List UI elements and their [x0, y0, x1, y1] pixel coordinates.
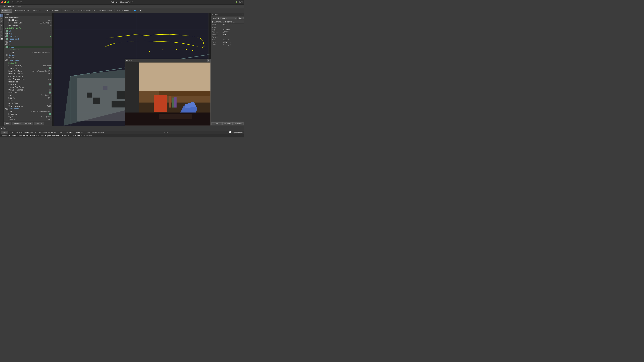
camera-checkbox[interactable]	[6, 54, 8, 56]
tree-dc-decay[interactable]: Decay Time 0	[4, 102, 52, 105]
views-remove-btn[interactable]: Remove	[222, 122, 232, 125]
tree-pc2-style[interactable]: Style Flat Squares	[4, 115, 52, 118]
dc-selectable-checkbox[interactable]	[49, 91, 51, 93]
sidebar-icon-6[interactable]: ⚙	[0, 30, 3, 33]
tree-robotmodel[interactable]: ▶ RobotModel ✓	[4, 37, 52, 40]
tree-image-1[interactable]: ▶ Image	[4, 43, 52, 45]
tree-dc-topic-filter[interactable]: Topic Filter	[4, 67, 52, 70]
tree-image2-topic[interactable]: ▶ Topic /camera/camera/color/i...	[4, 51, 52, 54]
grid-checkbox[interactable]	[6, 30, 8, 32]
image1-checkbox[interactable]	[6, 43, 8, 45]
topicfilter-checkbox[interactable]	[49, 67, 51, 69]
tool-dropdown[interactable]: ▾	[138, 9, 142, 12]
tool-move-camera[interactable]: ✥ Move Camera	[14, 9, 30, 12]
image2-checkbox[interactable]	[6, 46, 8, 48]
views-options[interactable]: ×	[242, 13, 244, 15]
tree-laserscan[interactable]: ▶ LaserScan ✓	[4, 35, 52, 37]
remove-display-btn[interactable]: Remove	[23, 122, 33, 125]
tree-tf[interactable]: ▶ TF	[4, 40, 52, 43]
menu-file[interactable]: File	[1, 5, 6, 8]
tree-dc-autosize-factor[interactable]: Auto Size Factor 1	[4, 86, 52, 88]
views-type-select[interactable]: Orbit (rviz_...	[216, 16, 237, 19]
robotmodel-checkbox[interactable]	[6, 38, 8, 40]
tree-dc-size[interactable]: Size (m) 0.01	[4, 96, 52, 99]
tool-interact[interactable]: ↖ Interact	[1, 9, 12, 12]
tool-2d-goal[interactable]: → 2D Goal Pose	[98, 9, 114, 12]
tool-publish-point[interactable]: + Publish Point	[116, 9, 131, 12]
tree-dc-depth-topic[interactable]: Depth Map Topic /camera/camera/depth/i..…	[4, 70, 52, 72]
views-rename-btn[interactable]: Rename	[233, 122, 244, 125]
tree-global-options[interactable]: ▼ Global Options	[4, 16, 52, 19]
image-overlay-close-btn[interactable]: ×	[207, 59, 210, 62]
tree-dc-alpha[interactable]: Alpha 1	[4, 99, 52, 102]
laserscan-checkbox[interactable]	[6, 35, 8, 37]
tool-measure[interactable]: ⟷ Measure	[62, 9, 75, 12]
tree-pc2-selectable[interactable]: Selectable	[4, 113, 52, 115]
sidebar-icon-5[interactable]: ⬛	[0, 27, 3, 30]
tree-dc-style[interactable]: Style Flat Squares	[4, 94, 52, 96]
tf-checkbox[interactable]	[6, 40, 8, 42]
menu-panels[interactable]: Panels	[7, 5, 15, 8]
views-collapse[interactable]: ▼	[212, 13, 213, 15]
sidebar-icon-4[interactable]: ≡	[0, 24, 3, 27]
tree-pc2-topic[interactable]: Topic /camera/camera/depth/c...	[4, 110, 52, 113]
close-btn[interactable]	[1, 1, 3, 3]
tree-frame-rate[interactable]: ▶ Frame Rate 30	[4, 24, 52, 27]
tree-map[interactable]: ▶ Map ✓	[4, 32, 52, 35]
tree-dc-reliability[interactable]: Reliability Policy Best effort	[4, 64, 52, 67]
tree-dc-depth-trans[interactable]: Depth Map Trans... raw	[4, 72, 52, 75]
sidebar-icon-7[interactable]: ▤	[0, 34, 3, 37]
reset-btn[interactable]: Reset	[1, 131, 8, 134]
views-save-btn[interactable]: Save	[212, 122, 222, 125]
tree-dc-autosize[interactable]: Auto Size	[4, 83, 52, 86]
tool-extra[interactable]: 🔷	[132, 9, 138, 12]
experimental-checkbox[interactable]	[229, 131, 232, 133]
map-checkbox[interactable]	[6, 32, 8, 34]
image-overlay-title: Image	[126, 60, 132, 61]
occlusion-checkbox[interactable]	[49, 89, 51, 91]
sidebar-icon-3[interactable]: 👁	[0, 20, 3, 23]
tool-2d-pose[interactable]: → 2D Pose Estimate	[77, 9, 96, 12]
minimize-btn[interactable]	[4, 1, 6, 3]
autosize-checkbox[interactable]	[49, 83, 51, 85]
tree-dc-queue[interactable]: Queue Size	[4, 80, 52, 83]
tree-image-2[interactable]: ▼ Image ✓	[4, 45, 52, 48]
sidebar-icon-2[interactable]: ⚡	[0, 17, 3, 20]
tree-fixed-frame[interactable]: ▶ Fixed Frame map	[4, 19, 52, 21]
tree-pc2-size[interactable]: Size (m) 0.01	[4, 118, 52, 121]
pc2-checkbox[interactable]	[6, 108, 8, 110]
tool-focus-camera[interactable]: ◎ Focus Camera	[44, 9, 60, 12]
displays-panel-collapse[interactable]: ▼	[4, 13, 6, 15]
menu-help[interactable]: Help	[16, 5, 23, 8]
pc2-selectable-checkbox[interactable]	[49, 113, 51, 115]
expand-global[interactable]: ▼	[4, 16, 6, 18]
views-zero-btn[interactable]: Zero	[238, 17, 244, 19]
tree-dc-occlusion[interactable]: Occlusion Compe...	[4, 88, 52, 91]
maximize-btn[interactable]	[8, 1, 10, 3]
image-overlay: Image ×	[125, 59, 211, 126]
views-current-section[interactable]: ▼ Current... Orbit (rviz_...	[211, 20, 244, 23]
tree-dc-selectable[interactable]: Selectable	[4, 91, 52, 94]
tree-bg-color[interactable]: ▶ Background Color 48; 48; 48	[4, 21, 52, 24]
sidebar-icon-8[interactable]: ⬜	[0, 37, 3, 40]
tree-dc-color-transformer[interactable]: Color Transformer RGBB	[4, 105, 52, 107]
views-header: ▼ Views ×	[211, 13, 244, 16]
tree-dc-color-hint[interactable]: Color Transport Hint raw	[4, 78, 52, 80]
tree-camera[interactable]: ▶ Camera	[4, 54, 52, 56]
duplicate-display-btn[interactable]: Duplicate	[12, 122, 22, 125]
rename-display-btn[interactable]: Rename	[34, 122, 44, 125]
tree-global-status[interactable]: ▶ Global Status: Ok	[4, 27, 52, 29]
sidebar-icon-main[interactable]: ~	[0, 14, 3, 17]
svg-rect-62	[172, 97, 174, 108]
tree-dc-color-topic[interactable]: Color Image Topic	[4, 75, 52, 78]
tree-depthcloud[interactable]: ▼ DepthCloud	[4, 59, 52, 62]
tree-grid[interactable]: ▶ Grid ✓	[4, 29, 52, 32]
views-prop-inver: Inver...	[211, 26, 244, 28]
3d-viewport[interactable]: Image ×	[52, 13, 211, 126]
add-display-btn[interactable]: Add	[4, 122, 11, 125]
tree-pointcloud2[interactable]: ▼ PointCloud2	[4, 107, 52, 110]
depthcloud-checkbox[interactable]	[6, 59, 8, 61]
tool-select[interactable]: ▭ Select	[32, 9, 42, 12]
displays-panel-options[interactable]: ×	[50, 14, 52, 15]
expand-status[interactable]: ▶	[4, 27, 6, 29]
